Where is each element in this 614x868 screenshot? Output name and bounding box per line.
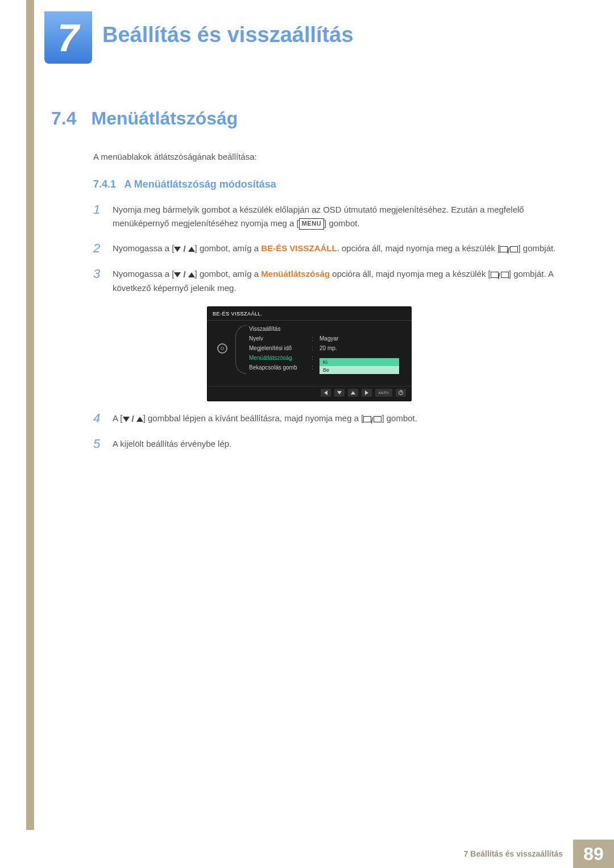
step-number: 2 [93,242,103,255]
enter-icon: / [363,416,381,422]
intro-text: A menüablakok átlátszóságának beállítása… [93,152,569,161]
side-stripe [26,0,34,830]
nav-left-icon [321,389,331,397]
enter-icon: / [491,271,509,278]
nav-right-icon [362,389,372,397]
section-number: 7.4 [51,108,76,129]
down-up-icon: / [123,412,143,426]
step-text: A kijelölt beállítás érvénybe lép. [113,437,569,451]
nav-auto-button: AUTO [375,389,392,397]
nav-power-icon [396,389,406,397]
step-text: A [/] gombbal lépjen a kívánt beállításr… [113,412,569,426]
step-5: 5 A kijelölt beállítás érvénybe lép. [93,437,569,451]
subsection-title: A Menüátlátszóság módosítása [124,178,276,190]
osd-option-selected: Ki [320,358,399,366]
gear-icon [217,343,227,354]
osd-nav-bar: AUTO [207,386,412,401]
osd-row-selected: Menüátlátszóság : Ki Be [249,353,406,363]
highlight-option: BE-ÉS VISSZAÁLL. [261,243,339,253]
osd-row: Megjelenítési idő : 20 mp. [249,343,406,353]
osd-list: Visszaállítás Nyelv : Magyar Megjeleníté… [232,324,406,372]
menu-button-label: MENU [299,218,324,230]
down-up-icon: / [174,268,194,281]
content: 7.4 Menüátlátszóság A menüablakok átláts… [51,108,569,462]
osd-title: BE-ÉS VISSZAÁLL. [207,306,412,321]
chapter-title: Beállítás és visszaállítás [102,23,354,47]
highlight-option: Menüátlátszóság [261,269,330,279]
step-number: 5 [93,437,103,451]
footer: 7 Beállítás és visszaállítás 89 [454,840,614,868]
chapter-badge: 7 [44,11,92,64]
step-4: 4 A [/] gombbal lépjen a kívánt beállítá… [93,412,569,426]
chapter-number: 7 [57,15,79,60]
osd-body: Visszaállítás Nyelv : Magyar Megjeleníté… [207,321,412,386]
subsection-number: 7.4.1 [93,178,116,190]
enter-icon: / [500,246,518,252]
footer-chapter-label: 7 Beállítás és visszaállítás [454,840,573,868]
subsection-heading: 7.4.1 A Menüátlátszóság módosítása [93,178,569,190]
osd-option: Be [320,366,399,374]
step-text: Nyomja meg bármelyik gombot a készülék e… [113,203,569,230]
osd-arc-decoration [235,325,247,374]
step-number: 1 [93,203,103,217]
osd-menu: BE-ÉS VISSZAÁLL. Visszaállítás Nyelv : M… [207,306,412,401]
section-title: Menüátlátszóság [91,108,238,129]
down-up-icon: / [174,242,194,256]
step-text: Nyomogassa a [/] gombot, amíg a BE-ÉS VI… [113,242,569,256]
step-number: 4 [93,412,103,425]
footer-page-number: 89 [573,840,614,868]
step-3: 3 Nyomogassa a [/] gombot, amíg a Menüát… [93,267,569,295]
step-text: Nyomogassa a [/] gombot, amíg a Menüátlá… [113,267,569,295]
steps-list: 1 Nyomja meg bármelyik gombot a készülék… [93,203,569,451]
osd-dropdown: Ki Be [320,358,399,374]
step-number: 3 [93,267,103,281]
step-2: 2 Nyomogassa a [/] gombot, amíg a BE-ÉS … [93,242,569,256]
osd-row: Visszaállítás [249,324,406,334]
section-heading: 7.4 Menüátlátszóság [51,108,569,129]
osd-icon-column [213,324,232,372]
nav-up-icon [348,389,358,397]
nav-down-icon [334,389,345,397]
osd-row: Nyelv : Magyar [249,334,406,343]
step-1: 1 Nyomja meg bármelyik gombot a készülék… [93,203,569,230]
